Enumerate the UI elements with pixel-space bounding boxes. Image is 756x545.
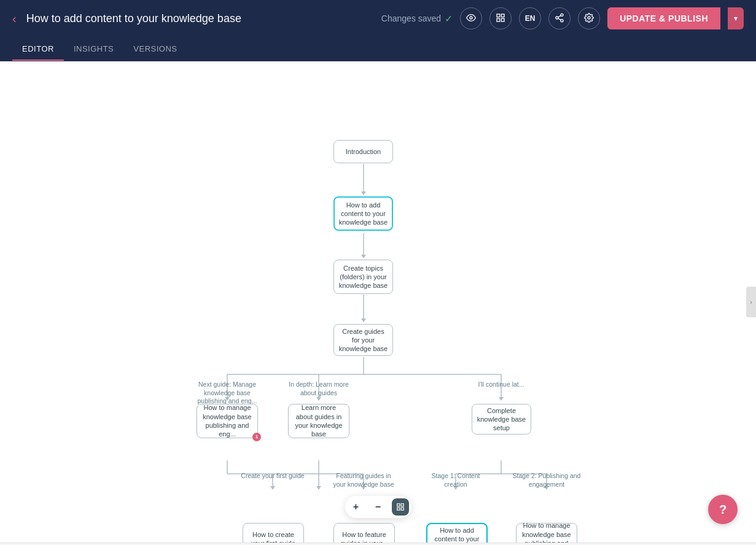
- canvas-area: Introduction How to add content to your …: [0, 61, 756, 543]
- svg-marker-16: [361, 319, 366, 322]
- label-indepth: In depth: Learn more about guides: [284, 381, 353, 397]
- share-button[interactable]: [548, 7, 571, 29]
- settings-icon: [584, 13, 594, 25]
- svg-marker-22: [316, 397, 321, 401]
- svg-marker-28: [316, 486, 321, 490]
- status-bar: ⇄ ⧉: [0, 543, 756, 545]
- svg-rect-39: [397, 504, 399, 506]
- svg-point-10: [588, 17, 590, 19]
- tab-versions[interactable]: VERSIONS: [123, 37, 187, 61]
- svg-rect-2: [501, 14, 504, 17]
- svg-line-8: [558, 18, 561, 20]
- svg-marker-24: [499, 397, 504, 401]
- header: ‹ How to add content to your knowledge b…: [0, 0, 756, 37]
- svg-rect-41: [397, 508, 399, 510]
- label-stage2: Stage 2: Publishing and engagement: [512, 472, 581, 489]
- grid-icon: [496, 13, 505, 25]
- svg-point-7: [561, 19, 563, 21]
- node-add-content[interactable]: How to add content to your knowledge bas…: [426, 523, 488, 543]
- node-introduction[interactable]: Introduction: [333, 140, 393, 163]
- svg-point-5: [561, 14, 563, 16]
- node-current[interactable]: How to add content to your knowledge bas…: [333, 196, 393, 231]
- node-learn[interactable]: Learn more about guides in your knowledg…: [288, 404, 349, 438]
- eye-icon: [466, 13, 476, 25]
- zoom-in-button[interactable]: +: [345, 496, 367, 518]
- preview-button[interactable]: [460, 7, 482, 29]
- language-button[interactable]: EN: [519, 7, 541, 29]
- tab-insights[interactable]: INSIGHTS: [64, 37, 123, 61]
- label-stage1: Stage 1: Content creation: [421, 472, 490, 489]
- svg-line-9: [558, 15, 561, 17]
- language-label: EN: [525, 14, 536, 23]
- svg-rect-40: [401, 504, 403, 506]
- zoom-out-button[interactable]: −: [367, 496, 389, 518]
- svg-point-0: [470, 17, 472, 19]
- node-create-guides[interactable]: Create guides for your knowledge base: [333, 324, 393, 356]
- back-button[interactable]: ‹: [12, 12, 17, 26]
- zoom-toolbar: + −: [345, 496, 411, 518]
- share-icon: [555, 13, 564, 25]
- settings-button[interactable]: [578, 7, 600, 29]
- check-icon: ✓: [445, 13, 453, 25]
- svg-rect-42: [401, 508, 403, 510]
- svg-point-6: [556, 17, 558, 19]
- label-manage: Next guide: Manage knowledge base publis…: [193, 381, 262, 406]
- changes-saved-status: Changes saved ✓: [381, 13, 453, 25]
- chevron-down-icon: ▾: [734, 14, 738, 23]
- chevron-right-icon: ›: [750, 299, 752, 306]
- node-create-topics[interactable]: Create topics (folders) in your knowledg…: [333, 260, 393, 294]
- label-feature: Featuring guides in your knowledge base: [329, 472, 398, 489]
- label-first-guide: Create your first guide: [238, 472, 307, 481]
- tab-editor[interactable]: EDITOR: [12, 37, 64, 61]
- svg-marker-30: [270, 486, 275, 490]
- node-feature-guides[interactable]: How to feature guides in your...: [333, 523, 395, 543]
- fit-icon: [396, 503, 405, 511]
- help-button[interactable]: ?: [708, 495, 738, 524]
- side-panel-toggle[interactable]: ›: [746, 287, 756, 317]
- node-create-first-guide[interactable]: How to create your first guide 1: [243, 523, 304, 543]
- fit-view-button[interactable]: [392, 498, 409, 516]
- layout-button[interactable]: [489, 7, 512, 29]
- tab-bar: EDITOR INSIGHTS VERSIONS: [0, 37, 756, 61]
- svg-marker-14: [361, 255, 366, 258]
- node-manage[interactable]: How to manage knowledge base publishing …: [197, 404, 258, 438]
- svg-marker-12: [361, 191, 366, 195]
- publish-button[interactable]: UPDATE & PUBLISH: [607, 7, 720, 29]
- header-actions: Changes saved ✓ EN UPDATE & PUBLISH: [381, 7, 744, 29]
- publish-dropdown-button[interactable]: ▾: [728, 7, 744, 29]
- svg-rect-1: [497, 14, 500, 17]
- svg-rect-4: [501, 18, 504, 21]
- page-title: How to add content to your knowledge bas…: [26, 12, 372, 25]
- svg-rect-3: [497, 18, 500, 21]
- node-complete[interactable]: Complete knowledge base setup: [472, 404, 531, 435]
- node-manage2[interactable]: How to manage knowledge base publishing …: [516, 523, 577, 543]
- label-continue: I'll continue lat...: [467, 381, 536, 389]
- flowchart-svg: [0, 61, 746, 543]
- back-icon: ‹: [12, 12, 17, 26]
- badge-manage: 1: [252, 433, 261, 441]
